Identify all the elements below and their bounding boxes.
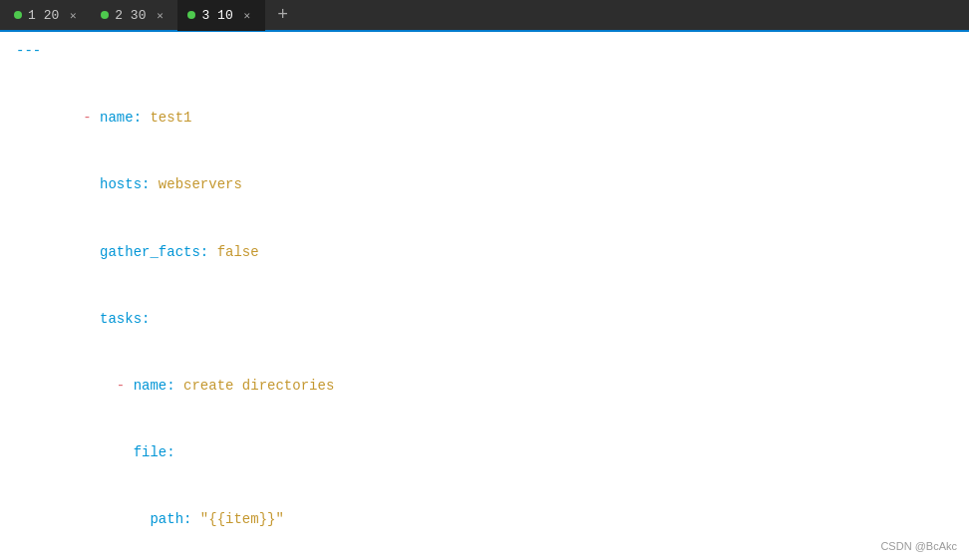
tab-2-score: 30 xyxy=(123,8,146,23)
tab-1[interactable]: 1 20 ✕ xyxy=(4,0,91,31)
line-name: - name: test1 xyxy=(0,85,969,151)
tab-3-dot xyxy=(187,11,195,19)
tab-2-dot xyxy=(101,11,109,19)
line-separator: --- xyxy=(0,40,969,62)
tab-bar: 1 20 ✕ 2 30 ✕ 3 10 ✕ + xyxy=(0,0,969,32)
tab-1-label: 1 xyxy=(28,8,36,23)
tab-3-close[interactable]: ✕ xyxy=(239,7,255,23)
editor-content: --- - name: test1 hosts: webservers gath… xyxy=(0,32,969,560)
tab-2-close[interactable]: ✕ xyxy=(152,7,167,23)
line-task1-name: - name: create directories xyxy=(0,352,969,419)
tab-2-label: 2 xyxy=(115,8,123,23)
tab-1-close[interactable]: ✕ xyxy=(65,7,81,23)
line-gather-facts: gather_facts: false xyxy=(0,218,969,285)
line-hosts: hosts: webservers xyxy=(0,151,969,218)
tab-3-score: 10 xyxy=(209,8,232,23)
line-task1-file: file: xyxy=(0,420,969,486)
add-tab-button[interactable]: + xyxy=(269,1,297,29)
editor-area: --- - name: test1 hosts: webservers gath… xyxy=(0,32,969,560)
tab-1-score: 20 xyxy=(36,8,59,23)
line-tasks: tasks: xyxy=(0,285,969,352)
line-separator-text: --- xyxy=(16,40,41,62)
tab-1-dot xyxy=(14,11,22,19)
watermark: CSDN @BcAkc xyxy=(880,540,957,552)
line-task1-state: state: directory xyxy=(0,553,969,560)
dash-name: - xyxy=(83,110,100,126)
tab-3-label: 3 xyxy=(201,8,209,23)
line-blank-1 xyxy=(0,62,969,84)
tab-3[interactable]: 3 10 ✕ xyxy=(177,0,264,31)
tab-2[interactable]: 2 30 ✕ xyxy=(91,0,177,31)
line-task1-path: path: "{{item}}" xyxy=(0,486,969,553)
